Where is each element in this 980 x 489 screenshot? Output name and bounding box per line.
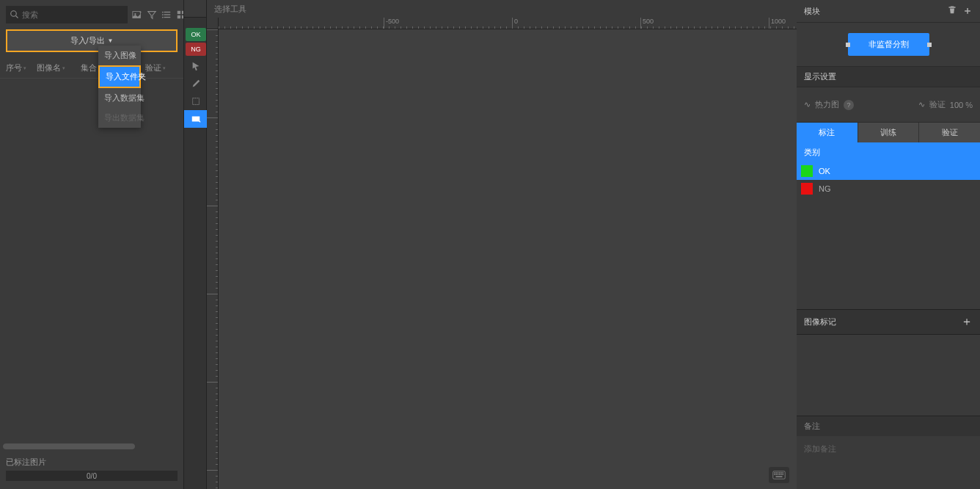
notes-body [797, 436, 980, 489]
col-name[interactable]: 图像名▾ [34, 58, 78, 78]
left-panel: + 导入/导出 ▼ 序号▾ 图像名▾ 集合▾ 标签▾ 验证▾ 已标注图片 0/0… [0, 0, 183, 489]
pointer-tool[interactable] [184, 57, 208, 75]
labeled-count-label: 已标注图片 [6, 457, 178, 468]
svg-rect-23 [783, 472, 784, 474]
category-item-ok[interactable]: OK [797, 162, 980, 180]
svg-rect-18 [774, 472, 775, 474]
svg-rect-20 [778, 472, 779, 474]
list-icon[interactable] [161, 8, 172, 21]
import-export-dropdown: 导入图像 导入文件夹 导入数据集 导出数据集 [98, 46, 141, 128]
svg-rect-27 [779, 474, 780, 476]
col-num[interactable]: 序号▾ [3, 58, 34, 78]
swatch-red [801, 183, 813, 195]
search-row: + [0, 0, 183, 29]
caret-down-icon: ▼ [108, 37, 114, 44]
category-ok-label: OK [819, 167, 830, 175]
search-input-wrap[interactable] [6, 6, 128, 23]
svg-rect-26 [778, 474, 779, 476]
wave-icon: ∿ [918, 100, 925, 109]
wave-icon: ∿ [804, 100, 811, 109]
swatch-green [801, 165, 813, 177]
menu-export-dataset: 导出数据集 [98, 108, 141, 128]
canvas-viewport[interactable] [219, 29, 797, 489]
brush-tool[interactable] [184, 75, 208, 93]
tab-train[interactable]: 训练 [858, 123, 920, 142]
ruler-horizontal: -50005001000 [219, 18, 797, 29]
image-tags-header: 图像标记 ＋ [797, 309, 980, 335]
display-settings-title: 显示设置 [804, 71, 836, 82]
menu-import-images[interactable]: 导入图像 [98, 46, 141, 65]
region-tool[interactable] [184, 110, 208, 128]
ruler-vertical [207, 29, 219, 489]
svg-rect-21 [779, 472, 780, 474]
svg-line-1 [16, 16, 18, 18]
notes-title: 备注 [804, 421, 820, 430]
image-tags-body [797, 335, 980, 416]
category-section: 类别 OK NG [797, 142, 980, 198]
marquee-tool[interactable] [184, 93, 208, 110]
verify-label: 验证 [929, 99, 946, 110]
ng-tag-button[interactable]: NG [186, 43, 206, 56]
svg-point-10 [162, 17, 164, 18]
module-body: 非监督分割 [797, 23, 980, 67]
sort-icon: ▾ [23, 65, 26, 71]
notes-header: 备注 [797, 416, 980, 436]
sort-icon: ▾ [62, 65, 65, 71]
filter-icon[interactable] [147, 8, 157, 21]
delete-module-icon[interactable] [948, 4, 957, 18]
add-tag-icon[interactable]: ＋ [961, 314, 973, 330]
import-export-label: 导入/导出 [70, 35, 105, 46]
right-panel: 模块 ＋ 非监督分割 显示设置 ∿ 热力图 ? ∿ 验证 100 % 标注 训练… [797, 0, 980, 489]
search-icon [10, 10, 19, 19]
svg-rect-13 [178, 15, 180, 18]
svg-rect-29 [783, 474, 784, 476]
svg-point-8 [162, 12, 164, 13]
tab-label[interactable]: 标注 [797, 123, 858, 142]
svg-rect-19 [776, 472, 778, 474]
svg-point-3 [134, 13, 136, 15]
help-icon[interactable]: ? [844, 100, 854, 110]
tool-strip-header [184, 0, 206, 18]
image-add-icon[interactable]: + [132, 8, 142, 21]
display-settings-header: 显示设置 [797, 67, 980, 87]
menu-import-folder[interactable]: 导入文件夹 [98, 65, 141, 88]
canvas-title: 选择工具 [207, 0, 797, 18]
add-module-icon[interactable]: ＋ [962, 4, 973, 18]
progress-text: 0/0 [87, 472, 97, 480]
module-chip[interactable]: 非监督分割 [848, 33, 929, 56]
svg-rect-11 [178, 11, 180, 14]
ruler-corner [207, 18, 219, 29]
category-ng-label: NG [819, 184, 831, 193]
left-scrollbar[interactable] [3, 443, 135, 449]
svg-rect-15 [193, 98, 200, 105]
tool-strip: OK NG [183, 0, 207, 489]
left-footer: 已标注图片 0/0 [0, 454, 183, 489]
category-item-ng[interactable]: NG [797, 180, 980, 198]
canvas-area: 选择工具 -50005001000 [207, 0, 797, 489]
svg-rect-28 [780, 474, 782, 476]
tab-verify[interactable]: 验证 [919, 123, 980, 142]
svg-rect-22 [780, 472, 782, 474]
image-list-body [0, 79, 183, 489]
image-table-header: 序号▾ 图像名▾ 集合▾ 标签▾ 验证▾ [0, 58, 183, 79]
search-input[interactable] [22, 10, 123, 19]
menu-import-dataset[interactable]: 导入数据集 [98, 88, 141, 108]
display-settings-body: ∿ 热力图 ? ∿ 验证 100 % [797, 87, 980, 123]
image-tags-title: 图像标记 [804, 316, 836, 327]
notes-input[interactable] [804, 443, 973, 479]
sort-icon: ▾ [163, 65, 166, 71]
module-header: 模块 ＋ [797, 0, 980, 23]
ok-tag-button[interactable]: OK [186, 28, 206, 41]
module-title: 模块 [804, 6, 820, 17]
svg-rect-30 [776, 477, 783, 478]
svg-text:+: + [139, 10, 142, 14]
svg-point-9 [162, 14, 164, 15]
svg-point-0 [11, 11, 17, 17]
spacer [797, 198, 980, 309]
keyboard-icon[interactable] [769, 467, 789, 483]
col-verify[interactable]: 验证▾ [142, 58, 175, 78]
percent-label: 100 % [950, 101, 973, 109]
import-export-button[interactable]: 导入/导出 ▼ [6, 29, 178, 52]
scrollbar-thumb[interactable] [3, 443, 135, 449]
category-title: 类别 [797, 142, 980, 162]
